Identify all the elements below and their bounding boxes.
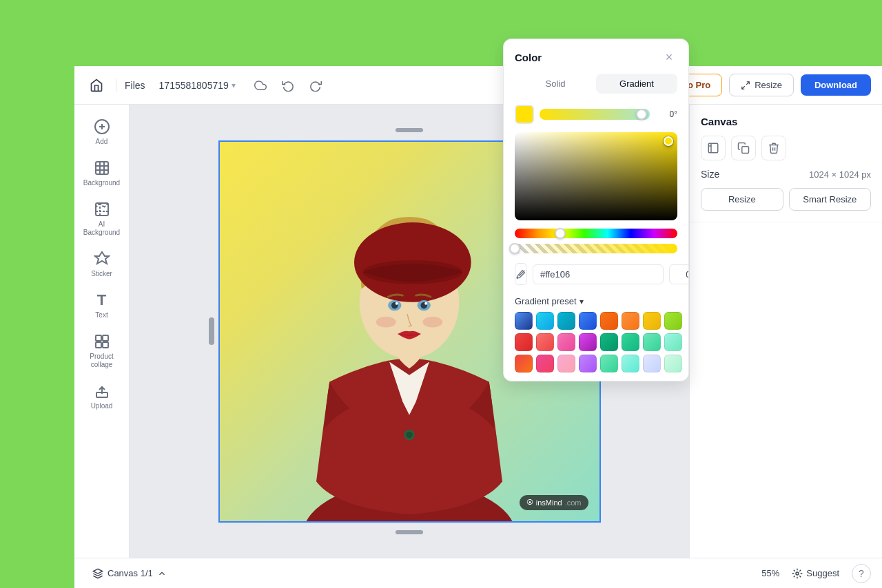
preset-23[interactable]	[643, 355, 661, 372]
home-button[interactable]	[85, 74, 107, 96]
sidebar-item-add[interactable]: Add	[79, 113, 125, 151]
zoom-level: 55%	[761, 568, 779, 578]
color-panel-title: Color	[515, 52, 542, 63]
preset-5[interactable]	[600, 312, 618, 330]
canvas-top-handle[interactable]	[396, 128, 423, 132]
color-panel: Color × Solid Gradient 0°	[503, 39, 689, 381]
preset-22[interactable]	[622, 355, 639, 372]
canvas-actions	[701, 136, 871, 160]
sidebar-item-text[interactable]: T Text	[79, 286, 125, 325]
sidebar-item-background[interactable]: Background	[79, 154, 125, 193]
preset-10[interactable]	[536, 333, 554, 351]
color-panel-header: Color ×	[504, 39, 688, 65]
gradient-bar-row: 0°	[504, 99, 688, 129]
hue-slider-row	[504, 223, 688, 241]
preset-grid-2	[515, 355, 677, 372]
suggest-button[interactable]: Suggest	[785, 565, 846, 582]
layers-button[interactable]: Canvas 1/1	[85, 565, 174, 582]
sidebar-item-product-collage[interactable]: Product collage	[79, 328, 125, 375]
hue-slider-thumb[interactable]	[555, 228, 566, 239]
canvas-left-handle[interactable]	[209, 317, 214, 345]
sidebar-item-add-label: Add	[96, 138, 108, 146]
preset-16[interactable]	[664, 333, 682, 351]
right-panel: Canvas	[689, 105, 882, 558]
svg-marker-37	[93, 569, 102, 574]
text-icon: T	[94, 292, 110, 308]
preset-9[interactable]	[515, 333, 533, 351]
preset-15[interactable]	[643, 333, 661, 351]
svg-line-0	[746, 81, 749, 84]
hue-slider[interactable]	[515, 229, 677, 238]
resize-button[interactable]: Resize	[729, 74, 794, 96]
preset-12[interactable]	[579, 333, 597, 351]
canvas-delete-button[interactable]	[761, 136, 786, 160]
preset-6[interactable]	[622, 312, 639, 330]
sidebar-item-upload[interactable]: Upload	[79, 377, 125, 416]
size-row: Size 1024 × 1024 px	[701, 169, 871, 180]
opacity-slider[interactable]	[515, 244, 677, 253]
preset-13[interactable]	[600, 333, 618, 351]
preset-21[interactable]	[600, 355, 618, 372]
tab-gradient[interactable]: Gradient	[596, 74, 677, 94]
preset-2[interactable]	[536, 312, 554, 330]
svg-point-28	[424, 302, 427, 304]
size-label: Size	[701, 169, 719, 180]
preset-8[interactable]	[664, 312, 682, 330]
tab-solid[interactable]: Solid	[515, 74, 596, 94]
preset-3[interactable]	[557, 312, 575, 330]
svg-point-32	[406, 431, 413, 438]
preset-20[interactable]	[579, 355, 597, 372]
svg-line-1	[742, 86, 745, 89]
preset-19[interactable]	[557, 355, 575, 372]
preset-14[interactable]	[622, 333, 639, 351]
topbar: Files 1715581805719 ▾	[74, 66, 882, 105]
hex-input[interactable]	[533, 264, 664, 284]
sidebar-item-upload-label: Upload	[91, 402, 113, 410]
eyedropper-button[interactable]	[515, 263, 527, 285]
filename-selector[interactable]: 1715581805719 ▾	[154, 77, 241, 94]
gradient-bar[interactable]	[540, 109, 650, 120]
preset-7[interactable]	[643, 312, 661, 330]
svg-point-27	[396, 302, 398, 304]
preset-18[interactable]	[536, 355, 554, 372]
canvas-resize-button[interactable]: Resize	[701, 188, 783, 211]
svg-rect-10	[96, 203, 108, 216]
canvas-smart-resize-button[interactable]: Smart Resize	[789, 188, 872, 211]
canvas-bottom-handle[interactable]	[396, 530, 423, 534]
gradient-color-swatch[interactable]	[515, 105, 534, 124]
svg-rect-13	[96, 335, 101, 341]
color-picker-thumb[interactable]	[664, 136, 673, 146]
svg-rect-36	[742, 147, 749, 154]
opacity-slider-thumb[interactable]	[509, 243, 520, 254]
watermark: ⦿ insMind .com	[520, 495, 588, 510]
sidebar-item-ai-background[interactable]: AI Background	[79, 196, 125, 242]
color-panel-close-button[interactable]: ×	[661, 49, 677, 65]
add-icon	[94, 118, 110, 135]
preset-24[interactable]	[664, 355, 682, 372]
sidebar-item-background-label: Background	[83, 179, 120, 187]
gradient-bar-thumb[interactable]	[636, 109, 647, 120]
gradient-angle: 0°	[655, 109, 677, 119]
gradient-preset-section: Gradient preset ▾	[504, 293, 688, 381]
files-link[interactable]: Files	[125, 80, 145, 91]
preset-4[interactable]	[579, 312, 597, 330]
cloud-save-button[interactable]	[249, 74, 271, 96]
sidebar-item-sticker[interactable]: Sticker	[79, 245, 125, 284]
canvas-format-button[interactable]	[701, 136, 726, 160]
canvas-copy-button[interactable]	[731, 136, 756, 160]
gradient-preset-header[interactable]: Gradient preset ▾	[515, 296, 677, 306]
preset-1[interactable]	[515, 312, 533, 330]
redo-button[interactable]	[305, 74, 327, 96]
hex-row	[504, 259, 688, 293]
download-button[interactable]: Download	[801, 74, 871, 96]
size-value: 1024 × 1024 px	[809, 169, 871, 180]
opacity-input[interactable]	[669, 264, 689, 284]
preset-11[interactable]	[557, 333, 575, 351]
ai-background-icon	[94, 201, 110, 218]
undo-button[interactable]	[277, 74, 299, 96]
svg-rect-14	[103, 335, 108, 341]
sticker-icon	[94, 251, 110, 267]
preset-17[interactable]	[515, 355, 533, 372]
color-picker-area[interactable]	[515, 132, 677, 220]
help-button[interactable]: ?	[852, 564, 871, 583]
